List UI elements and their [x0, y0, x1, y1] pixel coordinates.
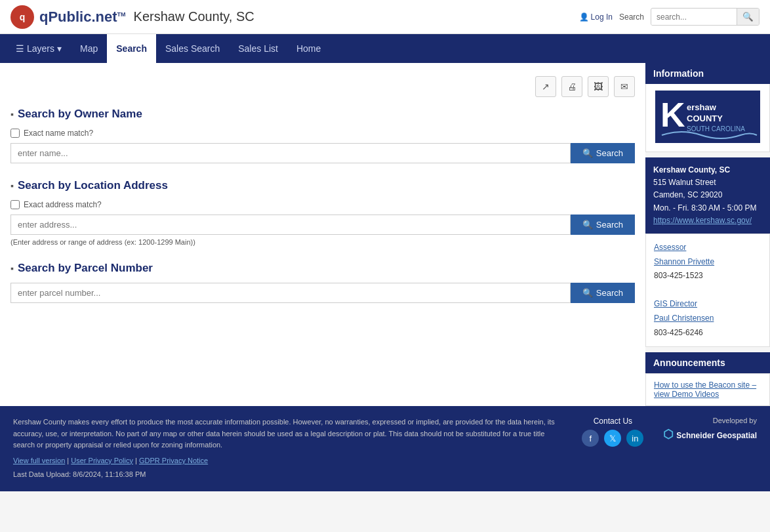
parcel-section-title: Search by Parcel Number — [18, 262, 153, 275]
parcel-search-row: 🔍 Search — [10, 283, 635, 303]
contact-box: Assessor Shannon Privette 803-425-1523 G… — [645, 234, 770, 347]
nav-item-map[interactable]: Map — [71, 34, 107, 63]
header-search-input[interactable] — [651, 9, 737, 25]
footer: Kershaw County makes every effort to pro… — [0, 406, 770, 491]
last-upload-text: Last Data Upload: 8/6/2024, 11:16:38 PM — [13, 470, 146, 478]
header: q qPublic.netTM Kershaw County, SC 👤 Log… — [0, 0, 770, 34]
sidebar: Information K ershaw COUNTY SOUTH CAROLI… — [645, 63, 770, 406]
svg-text:K: K — [660, 96, 685, 134]
linkedin-icon[interactable]: in — [626, 430, 643, 447]
svg-text:ershaw: ershaw — [687, 102, 717, 112]
parcel-collapse-icon: ▪ — [10, 263, 14, 274]
location-address-section: ▪ Search by Location Address Exact addre… — [10, 179, 635, 246]
user-privacy-policy-link[interactable]: User Privacy Policy — [71, 457, 133, 464]
gis-title-link[interactable]: GIS Director — [654, 297, 761, 312]
developed-by-label: Developed by — [663, 417, 757, 424]
view-full-version-link[interactable]: View full version — [13, 457, 65, 464]
main-container: ↗ 🖨 🖼 ✉ ▪ Search by Owner Name Exact nam… — [0, 63, 770, 406]
exact-address-label: Exact address match? — [24, 200, 102, 209]
parcel-number-input[interactable] — [10, 283, 571, 303]
disclaimer-text: Kershaw County makes every effort to pro… — [13, 417, 562, 451]
parcel-section-header[interactable]: ▪ Search by Parcel Number — [10, 262, 635, 275]
svg-text:SOUTH CAROLINA: SOUTH CAROLINA — [687, 125, 745, 133]
footer-developer: Developed by ⬡ Schneider Geospatial — [663, 417, 757, 441]
location-search-button[interactable]: 🔍 Search — [571, 215, 635, 235]
exact-name-label: Exact name match? — [24, 129, 93, 138]
owner-section-header[interactable]: ▪ Search by Owner Name — [10, 108, 635, 121]
location-address-input[interactable] — [10, 215, 571, 235]
nav-item-search[interactable]: Search — [107, 34, 156, 63]
kershaw-county-logo: K ershaw COUNTY SOUTH CAROLINA — [655, 91, 760, 143]
owner-name-section: ▪ Search by Owner Name Exact name match?… — [10, 108, 635, 163]
announcement-link[interactable]: How to use the Beacon site – view Demo V… — [654, 380, 756, 399]
location-collapse-icon: ▪ — [10, 180, 14, 191]
logo-area: q qPublic.netTM Kershaw County, SC — [10, 5, 579, 29]
contact-us-label: Contact Us — [582, 417, 643, 426]
assessor-title-link[interactable]: Assessor — [654, 241, 761, 255]
facebook-icon[interactable]: f — [582, 430, 599, 447]
email-icon[interactable]: ✉ — [614, 76, 635, 97]
logo-icon: q — [10, 5, 34, 29]
sidebar-logo-box: K ershaw COUNTY SOUTH CAROLINA — [645, 84, 770, 152]
header-right: 👤 Log In Search 🔍 — [579, 8, 760, 26]
owner-collapse-icon: ▪ — [10, 109, 14, 119]
gdpr-notice-link[interactable]: GDPR Privacy Notice — [139, 457, 208, 464]
county-info-box: Kershaw County, SC 515 Walnut Street Cam… — [645, 157, 770, 234]
announcements-title: Announcements — [645, 352, 770, 373]
owner-search-row: 🔍 Search — [10, 143, 635, 163]
county-address1: 515 Walnut Street — [653, 176, 762, 189]
owner-checkbox-row: Exact name match? — [10, 129, 635, 138]
owner-section-title: Search by Owner Name — [18, 108, 142, 121]
schneider-logo: ⬡ Schneider Geospatial — [663, 427, 757, 441]
county-hours: Mon. - Fri. 8:30 AM - 5:00 PM — [653, 202, 762, 215]
header-search-label: Search — [619, 12, 644, 22]
announcements-box: How to use the Beacon site – view Demo V… — [645, 373, 770, 406]
county-website-link[interactable]: https://www.kershaw.sc.gov/ — [653, 216, 752, 225]
nav-item-sales-search[interactable]: Sales Search — [156, 34, 229, 63]
exact-address-checkbox[interactable] — [10, 200, 20, 209]
footer-social: Contact Us f 𝕏 in — [582, 417, 643, 447]
assessor-phone: 803-425-1523 — [654, 269, 761, 283]
nav: ☰ Layers ▾ Map Search Sales Search Sales… — [0, 34, 770, 63]
gis-phone: 803-425-6246 — [654, 326, 761, 340]
gis-name-link[interactable]: Paul Christensen — [654, 312, 761, 326]
location-search-row: 🔍 Search — [10, 215, 635, 235]
county-address2: Camden, SC 29020 — [653, 189, 762, 201]
twitter-icon[interactable]: 𝕏 — [604, 430, 621, 447]
print-icon[interactable]: 🖨 — [561, 76, 582, 97]
information-title: Information — [645, 63, 770, 84]
nav-item-home[interactable]: Home — [287, 34, 330, 63]
location-checkbox-row: Exact address match? — [10, 200, 635, 209]
image-icon[interactable]: 🖼 — [588, 76, 609, 97]
location-section-header[interactable]: ▪ Search by Location Address — [10, 179, 635, 192]
location-section-title: Search by Location Address — [18, 179, 168, 192]
site-title: Kershaw County, SC — [134, 9, 254, 24]
logo-brand: qPublic.netTM — [39, 9, 126, 26]
header-search-box: 🔍 — [651, 8, 760, 26]
county-name: Kershaw County, SC — [653, 164, 762, 176]
content-area: ↗ 🖨 🖼 ✉ ▪ Search by Owner Name Exact nam… — [0, 63, 645, 406]
nav-item-layers[interactable]: ☰ Layers ▾ — [7, 34, 71, 63]
exact-name-checkbox[interactable] — [10, 129, 20, 138]
social-icons: f 𝕏 in — [582, 430, 643, 447]
toolbar-icons: ↗ 🖨 🖼 ✉ — [10, 76, 635, 97]
nav-item-sales-list[interactable]: Sales List — [229, 34, 287, 63]
header-search-button[interactable]: 🔍 — [737, 9, 759, 25]
footer-disclaimer: Kershaw County makes every effort to pro… — [13, 417, 562, 481]
owner-name-input[interactable] — [10, 143, 571, 163]
address-hint: (Enter address or range of address (ex: … — [10, 238, 635, 246]
share-icon[interactable]: ↗ — [535, 76, 556, 97]
parcel-number-section: ▪ Search by Parcel Number 🔍 Search — [10, 262, 635, 303]
owner-search-button[interactable]: 🔍 Search — [571, 143, 635, 163]
assessor-name-link[interactable]: Shannon Privette — [654, 255, 761, 270]
login-link[interactable]: 👤 Log In — [579, 12, 613, 22]
parcel-search-button[interactable]: 🔍 Search — [571, 283, 635, 303]
svg-text:COUNTY: COUNTY — [687, 113, 723, 123]
